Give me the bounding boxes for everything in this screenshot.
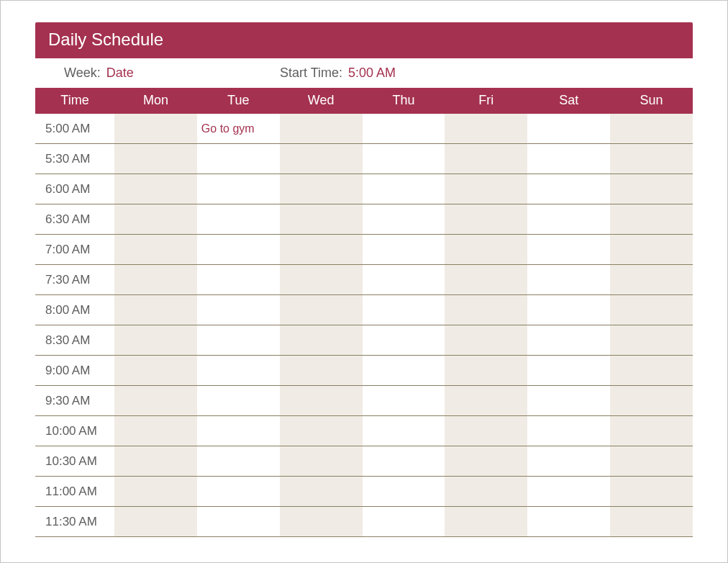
- schedule-cell[interactable]: [280, 325, 363, 355]
- schedule-cell[interactable]: [363, 356, 445, 385]
- schedule-cell[interactable]: [610, 144, 693, 174]
- schedule-cell[interactable]: [527, 507, 610, 536]
- schedule-cell[interactable]: [363, 265, 445, 294]
- schedule-cell[interactable]: [445, 477, 527, 506]
- schedule-cell[interactable]: [197, 477, 280, 506]
- schedule-cell[interactable]: [280, 235, 363, 264]
- schedule-cell[interactable]: [197, 144, 280, 174]
- schedule-cell[interactable]: [445, 416, 527, 446]
- schedule-cell[interactable]: [610, 477, 693, 506]
- schedule-cell[interactable]: [363, 144, 445, 174]
- schedule-cell[interactable]: [527, 446, 610, 476]
- schedule-cell[interactable]: [527, 325, 610, 355]
- schedule-cell[interactable]: [445, 295, 527, 325]
- schedule-cell[interactable]: [610, 204, 693, 234]
- schedule-cell[interactable]: [280, 204, 363, 234]
- schedule-cell[interactable]: [527, 386, 610, 415]
- schedule-cell[interactable]: [280, 446, 363, 476]
- schedule-cell[interactable]: [527, 416, 610, 446]
- start-time-value[interactable]: 5:00 AM: [348, 66, 396, 81]
- schedule-cell[interactable]: [197, 265, 280, 294]
- schedule-cell[interactable]: [280, 295, 363, 325]
- schedule-cell[interactable]: [114, 235, 197, 264]
- schedule-cell[interactable]: [114, 477, 197, 506]
- schedule-cell[interactable]: [445, 356, 527, 385]
- schedule-cell[interactable]: [114, 325, 197, 355]
- schedule-cell[interactable]: [445, 144, 527, 174]
- schedule-cell[interactable]: [610, 174, 693, 204]
- schedule-cell[interactable]: [527, 356, 610, 385]
- schedule-cell[interactable]: [363, 204, 445, 234]
- schedule-cell[interactable]: [610, 295, 693, 325]
- schedule-cell[interactable]: [445, 507, 527, 536]
- schedule-cell[interactable]: [363, 416, 445, 446]
- schedule-cell[interactable]: [363, 507, 445, 536]
- schedule-cell[interactable]: [363, 174, 445, 204]
- schedule-cell[interactable]: [280, 265, 363, 294]
- schedule-cell[interactable]: [445, 386, 527, 415]
- schedule-cell[interactable]: [280, 416, 363, 446]
- schedule-cell[interactable]: [610, 235, 693, 264]
- schedule-cell[interactable]: [610, 265, 693, 294]
- schedule-cell[interactable]: [610, 114, 693, 143]
- schedule-cell[interactable]: [610, 446, 693, 476]
- schedule-cell[interactable]: [114, 114, 197, 143]
- schedule-cell[interactable]: [610, 386, 693, 415]
- schedule-cell[interactable]: Go to gym: [197, 114, 280, 143]
- schedule-cell[interactable]: [280, 114, 363, 143]
- schedule-cell[interactable]: [197, 356, 280, 385]
- schedule-cell[interactable]: [280, 174, 363, 204]
- schedule-cell[interactable]: [445, 446, 527, 476]
- schedule-cell[interactable]: [610, 507, 693, 536]
- schedule-cell[interactable]: [527, 114, 610, 143]
- schedule-cell[interactable]: [280, 386, 363, 415]
- schedule-cell[interactable]: [363, 235, 445, 264]
- schedule-cell[interactable]: [363, 325, 445, 355]
- schedule-cell[interactable]: [610, 356, 693, 385]
- schedule-cell[interactable]: [527, 265, 610, 294]
- schedule-cell[interactable]: [445, 265, 527, 294]
- schedule-cell[interactable]: [114, 446, 197, 476]
- schedule-cell[interactable]: [445, 204, 527, 234]
- schedule-cell[interactable]: [197, 174, 280, 204]
- schedule-cell[interactable]: [114, 204, 197, 234]
- schedule-cell[interactable]: [363, 386, 445, 415]
- schedule-cell[interactable]: [445, 114, 527, 143]
- schedule-cell[interactable]: [197, 386, 280, 415]
- schedule-cell[interactable]: [363, 446, 445, 476]
- schedule-cell[interactable]: [610, 325, 693, 355]
- schedule-cell[interactable]: [363, 295, 445, 325]
- schedule-cell[interactable]: [114, 356, 197, 385]
- schedule-cell[interactable]: [114, 416, 197, 446]
- schedule-cell[interactable]: [197, 507, 280, 536]
- schedule-cell[interactable]: [445, 325, 527, 355]
- schedule-cell[interactable]: [197, 446, 280, 476]
- schedule-cell[interactable]: [197, 416, 280, 446]
- schedule-cell[interactable]: [114, 386, 197, 415]
- schedule-cell[interactable]: [280, 477, 363, 506]
- schedule-cell[interactable]: [527, 235, 610, 264]
- schedule-cell[interactable]: [114, 144, 197, 174]
- schedule-cell[interactable]: [197, 325, 280, 355]
- schedule-cell[interactable]: [197, 204, 280, 234]
- schedule-cell[interactable]: [445, 174, 527, 204]
- schedule-cell[interactable]: [114, 295, 197, 325]
- schedule-cell[interactable]: [363, 477, 445, 506]
- schedule-cell[interactable]: [527, 144, 610, 174]
- schedule-cell[interactable]: [280, 507, 363, 536]
- schedule-cell[interactable]: [527, 174, 610, 204]
- week-value[interactable]: Date: [106, 66, 134, 81]
- schedule-cell[interactable]: [280, 144, 363, 174]
- schedule-cell[interactable]: [114, 507, 197, 536]
- schedule-cell[interactable]: [610, 416, 693, 446]
- schedule-cell[interactable]: [114, 265, 197, 294]
- schedule-cell[interactable]: [527, 295, 610, 325]
- schedule-cell[interactable]: [363, 114, 445, 143]
- schedule-cell[interactable]: [197, 235, 280, 264]
- schedule-cell[interactable]: [114, 174, 197, 204]
- schedule-cell[interactable]: [280, 356, 363, 385]
- schedule-cell[interactable]: [445, 235, 527, 264]
- schedule-cell[interactable]: [527, 477, 610, 506]
- schedule-cell[interactable]: [527, 204, 610, 234]
- schedule-cell[interactable]: [197, 295, 280, 325]
